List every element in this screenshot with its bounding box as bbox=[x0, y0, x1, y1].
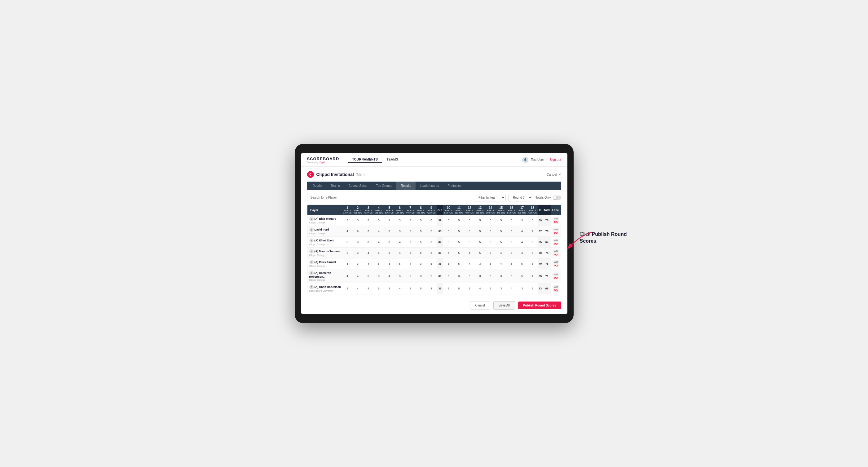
nav-tournaments[interactable]: TOURNAMENTS bbox=[348, 156, 381, 163]
score-hole-9[interactable]: 5 bbox=[426, 226, 437, 237]
score-hole-14[interactable]: 5 bbox=[485, 283, 496, 294]
score-hole-10[interactable]: 5 bbox=[443, 258, 454, 269]
score-hole-2[interactable]: 4 bbox=[353, 269, 363, 283]
score-hole-16[interactable]: 3 bbox=[506, 237, 517, 248]
score-hole-3[interactable]: 4 bbox=[363, 248, 374, 258]
score-hole-5[interactable]: 3 bbox=[384, 226, 395, 237]
score-hole-1[interactable]: 5 bbox=[342, 237, 353, 248]
score-hole-18[interactable]: 6 bbox=[527, 258, 538, 269]
wd-badge[interactable]: WD bbox=[553, 249, 559, 253]
score-label[interactable]: WD DQ bbox=[551, 226, 561, 237]
score-hole-8[interactable]: 3 bbox=[415, 258, 426, 269]
score-hole-16[interactable]: 3 bbox=[506, 269, 517, 283]
score-hole-18[interactable]: 3 bbox=[527, 215, 538, 226]
cancel-tournament-button[interactable]: Cancel ✕ bbox=[546, 173, 561, 177]
score-hole-6[interactable]: 4 bbox=[395, 283, 405, 294]
score-hole-13[interactable]: 5 bbox=[475, 248, 485, 258]
score-hole-6[interactable]: 4 bbox=[395, 248, 405, 258]
score-hole-18[interactable]: 3 bbox=[527, 248, 538, 258]
score-hole-3[interactable]: 5 bbox=[363, 269, 374, 283]
score-hole-6[interactable]: 5 bbox=[395, 258, 405, 269]
round-select[interactable]: Round 3 bbox=[508, 194, 533, 201]
tab-tee-groups[interactable]: Tee Groups bbox=[372, 182, 397, 190]
score-hole-12[interactable]: 5 bbox=[464, 226, 475, 237]
score-hole-17[interactable]: 4 bbox=[517, 237, 527, 248]
score-hole-13[interactable]: 5 bbox=[475, 215, 485, 226]
score-hole-8[interactable]: 5 bbox=[415, 283, 426, 294]
score-hole-11[interactable]: 5 bbox=[454, 283, 464, 294]
wd-badge[interactable]: WD bbox=[553, 285, 559, 288]
score-label[interactable]: WD DQ bbox=[551, 258, 561, 269]
score-hole-15[interactable]: 3 bbox=[496, 283, 506, 294]
score-hole-9[interactable]: 4 bbox=[426, 283, 437, 294]
score-hole-10[interactable]: 3 bbox=[443, 283, 454, 294]
wd-badge[interactable]: WD bbox=[553, 228, 559, 231]
score-hole-16[interactable]: 5 bbox=[506, 215, 517, 226]
score-hole-5[interactable]: 3 bbox=[384, 258, 395, 269]
score-hole-11[interactable]: 5 bbox=[454, 226, 464, 237]
score-hole-1[interactable]: 3 bbox=[342, 258, 353, 269]
score-hole-9[interactable]: 5 bbox=[426, 269, 437, 283]
score-hole-14[interactable]: 3 bbox=[485, 248, 496, 258]
score-hole-9[interactable]: 3 bbox=[426, 248, 437, 258]
score-hole-8[interactable]: 5 bbox=[415, 226, 426, 237]
dq-badge[interactable]: DQ bbox=[553, 231, 559, 235]
score-hole-7[interactable]: 3 bbox=[405, 237, 415, 248]
score-hole-6[interactable]: 3 bbox=[395, 215, 405, 226]
score-hole-1[interactable]: 3 bbox=[342, 283, 353, 294]
score-hole-1[interactable]: 4 bbox=[342, 269, 353, 283]
score-hole-16[interactable]: 3 bbox=[506, 258, 517, 269]
save-all-button[interactable]: Save All bbox=[493, 301, 515, 310]
score-hole-10[interactable]: 6 bbox=[443, 269, 454, 283]
score-hole-2[interactable]: 3 bbox=[353, 237, 363, 248]
score-hole-12[interactable]: 4 bbox=[464, 248, 475, 258]
score-hole-3[interactable]: 3 bbox=[363, 237, 374, 248]
score-hole-15[interactable]: 4 bbox=[496, 248, 506, 258]
score-hole-15[interactable]: 3 bbox=[496, 269, 506, 283]
score-hole-4[interactable]: 5 bbox=[373, 258, 384, 269]
score-hole-11[interactable]: 5 bbox=[454, 258, 464, 269]
score-hole-11[interactable]: 5 bbox=[454, 248, 464, 258]
score-hole-11[interactable]: 5 bbox=[454, 215, 464, 226]
score-hole-13[interactable]: 4 bbox=[475, 283, 485, 294]
score-hole-9[interactable]: 6 bbox=[426, 215, 437, 226]
tab-details[interactable]: Details bbox=[308, 182, 327, 190]
cancel-button[interactable]: Cancel bbox=[470, 301, 490, 310]
score-hole-7[interactable]: 5 bbox=[405, 269, 415, 283]
score-hole-5[interactable]: 3 bbox=[384, 237, 395, 248]
score-hole-6[interactable]: 4 bbox=[395, 237, 405, 248]
score-hole-1[interactable]: 3 bbox=[342, 215, 353, 226]
score-hole-3[interactable]: 3 bbox=[363, 226, 374, 237]
dq-badge[interactable]: DQ bbox=[553, 264, 559, 267]
score-hole-15[interactable]: 5 bbox=[496, 237, 506, 248]
score-hole-10[interactable]: 4 bbox=[443, 248, 454, 258]
score-hole-14[interactable]: 5 bbox=[485, 258, 496, 269]
score-hole-15[interactable]: 4 bbox=[496, 258, 506, 269]
score-hole-2[interactable]: 3 bbox=[353, 258, 363, 269]
score-hole-5[interactable]: 4 bbox=[384, 215, 395, 226]
tab-teams[interactable]: Teams bbox=[326, 182, 344, 190]
score-hole-2[interactable]: 3 bbox=[353, 248, 363, 258]
score-hole-5[interactable]: 4 bbox=[384, 269, 395, 283]
score-label[interactable]: WD DQ bbox=[551, 248, 561, 258]
tab-results[interactable]: Results bbox=[396, 182, 415, 190]
score-hole-3[interactable]: 4 bbox=[363, 258, 374, 269]
score-hole-18[interactable]: 4 bbox=[527, 269, 538, 283]
score-hole-14[interactable]: 3 bbox=[485, 237, 496, 248]
score-hole-16[interactable]: 3 bbox=[506, 226, 517, 237]
score-hole-13[interactable]: 3 bbox=[475, 258, 485, 269]
score-hole-16[interactable]: 5 bbox=[506, 248, 517, 258]
score-hole-17[interactable]: 5 bbox=[517, 258, 527, 269]
score-hole-15[interactable]: 5 bbox=[496, 226, 506, 237]
score-hole-4[interactable]: 4 bbox=[373, 237, 384, 248]
tab-leaderboards[interactable]: Leaderboards bbox=[415, 182, 443, 190]
score-hole-4[interactable]: 3 bbox=[373, 269, 384, 283]
dq-badge[interactable]: DQ bbox=[553, 276, 559, 280]
score-hole-2[interactable]: 3 bbox=[353, 215, 363, 226]
score-hole-4[interactable]: 5 bbox=[373, 215, 384, 226]
wd-badge[interactable]: WD bbox=[553, 217, 559, 220]
score-hole-7[interactable]: 3 bbox=[405, 215, 415, 226]
wd-badge[interactable]: WD bbox=[553, 260, 559, 264]
score-label[interactable]: WD DQ bbox=[551, 237, 561, 248]
dq-badge[interactable]: DQ bbox=[553, 242, 559, 245]
